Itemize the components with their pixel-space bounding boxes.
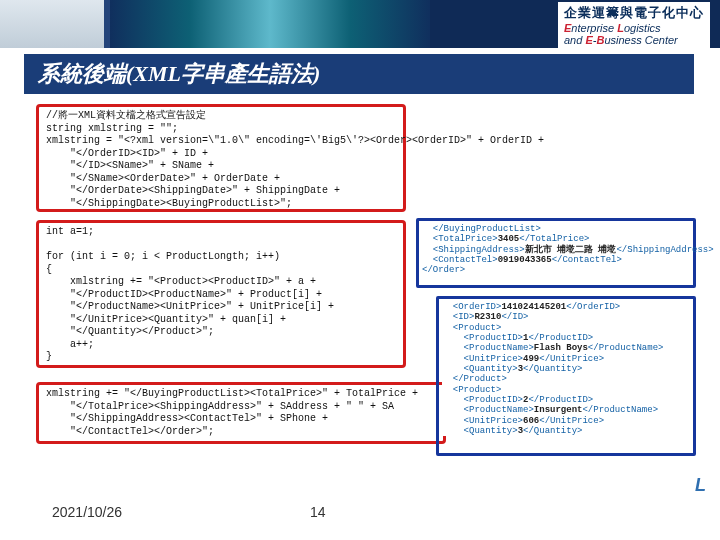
xml-output-bot: <OrderID>141024145201</OrderID> <ID>R231… — [442, 302, 690, 436]
code-block-1: //將一XML資料文檔之格式宣告設定 string xmlstring = ""… — [46, 110, 544, 210]
header-title-en: Enterprise Logistics and E-Business Cent… — [564, 22, 704, 46]
slide-title: 系統後端(XML字串產生語法) — [38, 59, 320, 89]
header-title-cn: 企業運籌與電子化中心 — [564, 4, 704, 22]
code-block-2: int a=1; for (int i = 0; i < ProductLong… — [46, 226, 334, 364]
header-thumb — [0, 0, 110, 48]
xml-output-top: </BuyingProductList> <TotalPrice>3405</T… — [422, 224, 690, 276]
content-area: //將一XML資料文檔之格式宣告設定 string xmlstring = ""… — [36, 100, 696, 500]
header-glow — [110, 0, 430, 48]
code-block-3: xmlstring += "</BuyingProductList><Total… — [46, 388, 418, 438]
footer-page: 14 — [310, 504, 326, 520]
logo-icon: L — [695, 475, 706, 496]
header-title-box: 企業運籌與電子化中心 Enterprise Logistics and E-Bu… — [558, 2, 710, 48]
header-banner: 企業運籌與電子化中心 Enterprise Logistics and E-Bu… — [0, 0, 720, 48]
slide-title-bar: 系統後端(XML字串產生語法) — [24, 54, 694, 94]
footer-date: 2021/10/26 — [52, 504, 122, 520]
header-mid: 企業運籌與電子化中心 Enterprise Logistics and E-Bu… — [110, 0, 720, 48]
